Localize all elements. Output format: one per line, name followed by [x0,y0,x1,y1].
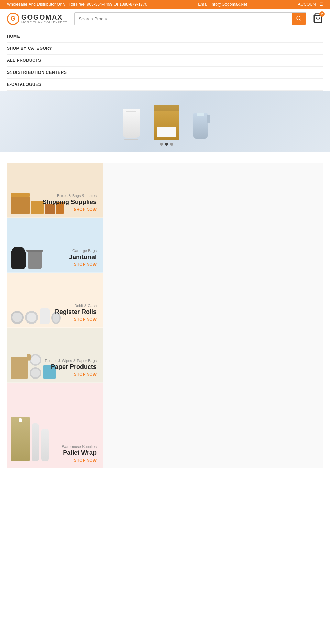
logo-circle: G [7,13,19,25]
janitorial-cta[interactable]: Shop Now [69,262,97,267]
shipping-cta[interactable]: Shop Now [43,207,97,212]
category-card-shipping[interactable]: Boxes & Bags & Lables Shipping Supplies … [7,163,103,218]
category-card-register[interactable]: Debit & Cash Register Rolls SHOP NOW [7,273,103,328]
navigation: HOME SHOP BY CATEGORY ALL PRODUCTS 54 DI… [0,29,330,91]
janitorial-text: Garbage Bags Janitorial Shop Now [69,249,97,267]
pallet-title: Pallet Wrap [62,449,97,456]
cart-icon[interactable]: 2 [313,13,323,25]
search-button[interactable] [292,13,306,25]
category-card-paper[interactable]: Tissues $ Wipes & Paper Bags Paper Produ… [7,328,103,383]
hero-box-group [154,105,179,146]
paper-subtitle: Tissues $ Wipes & Paper Bags [45,359,97,363]
hero-cup-group [123,109,140,140]
hero-jug [193,113,208,139]
hero-dot-3[interactable] [170,143,173,146]
shipping-text: Boxes & Bags & Lables Shipping Supplies … [43,194,97,212]
pallet-image [11,417,49,461]
header: G GOGOMAX MORE THAN YOU EXPECT 2 [0,9,330,29]
register-text: Debit & Cash Register Rolls SHOP NOW [55,304,97,322]
paper-cta[interactable]: SHOP NOW [45,372,97,377]
category-card-janitorial[interactable]: Garbage Bags Janitorial Shop Now [7,218,103,273]
paper-title: Paper Products [45,363,97,371]
paper-text: Tissues $ Wipes & Paper Bags Paper Produ… [45,359,97,377]
register-title: Register Rolls [55,308,97,316]
logo-subtitle: MORE THAN YOU EXPECT [21,21,67,24]
register-cta[interactable]: SHOP NOW [55,317,97,322]
hero-jug-group [193,113,208,139]
pallet-subtitle: Warehouse Supplies [62,444,97,449]
nav-shop-by-category[interactable]: SHOP BY CATEGORY [7,43,323,55]
category-cards-list: Boxes & Bags & Lables Shipping Supplies … [7,163,103,468]
search-input[interactable] [75,13,292,25]
logo-title: GOGOMAX [21,13,67,21]
svg-point-0 [297,16,300,20]
nav-distribution-centers[interactable]: 54 DISTRIBUTION CENTERS [7,67,323,79]
nav-e-catalogues[interactable]: E-CATALOGUES [7,79,323,91]
logo-text-block: GOGOMAX MORE THAN YOU EXPECT [21,13,67,24]
account-menu[interactable]: ACCOUNT ☰ [298,2,323,7]
hero-content [123,91,208,152]
shipping-title: Shipping Supplies [43,199,97,206]
category-grid: Boxes & Bags & Lables Shipping Supplies … [0,163,330,468]
nav-all-products[interactable]: ALL PRODUCTS [7,55,323,67]
hero-cup [123,109,140,138]
top-bar-contact: Wholesaler And Distributor Only ! Toll F… [7,2,147,7]
category-card-pallet[interactable]: Warehouse Supplies Pallet Wrap SHOP NOW [7,383,103,468]
register-image [11,308,61,324]
top-bar-email: Email: Info@Gogomax.Net [198,2,247,7]
pallet-text: Warehouse Supplies Pallet Wrap SHOP NOW [62,444,97,463]
top-bar: Wholesaler And Distributor Only ! Toll F… [0,0,330,9]
hero-dot-2[interactable] [165,143,168,146]
hero-banner [0,91,330,152]
search-bar [74,12,306,25]
hero-dot-1[interactable] [160,143,163,146]
janitorial-image [11,247,42,269]
shipping-subtitle: Boxes & Bags & Lables [43,194,97,198]
logo[interactable]: G GOGOMAX MORE THAN YOU EXPECT [7,13,67,25]
cart-badge: 2 [319,11,325,17]
janitorial-title: Janitorial [69,253,97,261]
nav-home[interactable]: HOME [7,31,323,43]
register-subtitle: Debit & Cash [55,304,97,308]
hero-box [154,105,179,140]
janitorial-subtitle: Garbage Bags [69,249,97,253]
search-icon [296,15,301,21]
svg-line-1 [300,19,301,20]
hero-dots [160,143,173,146]
logo-letter: G [11,15,15,22]
pallet-cta[interactable]: SHOP NOW [62,458,97,463]
right-column [103,163,323,468]
